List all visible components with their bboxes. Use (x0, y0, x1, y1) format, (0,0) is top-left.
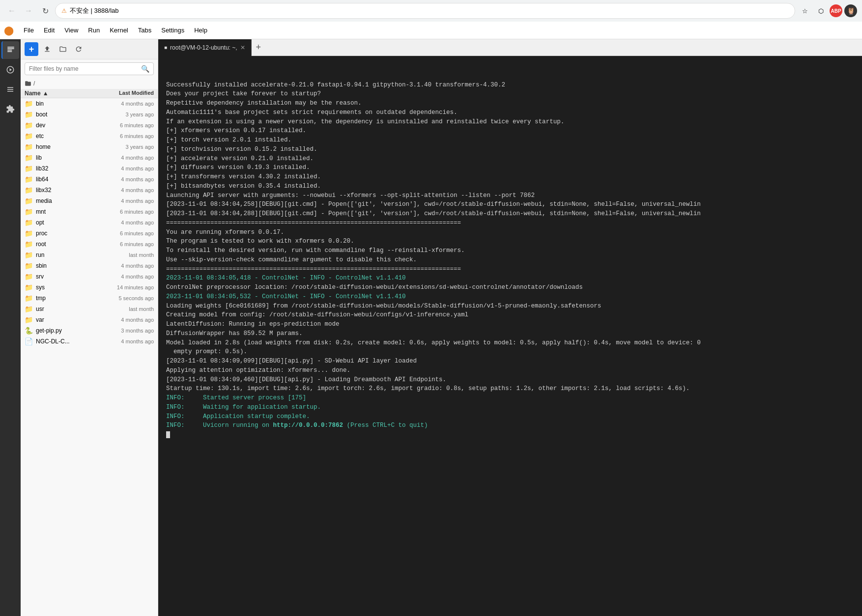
file-name: media (36, 197, 100, 204)
search-input[interactable] (29, 65, 139, 72)
list-item[interactable]: 📁 lib32 4 months ago (21, 163, 158, 174)
terminal-line: [2023-11-01 08:34:09,099][DEBUG][api.py]… (166, 357, 854, 366)
file-type-icon: 📁 (25, 208, 33, 216)
terminal-line: Successfully installed accelerate-0.21.0… (166, 81, 854, 90)
terminal-line: [2023-11-01 08:34:04,258][DEBUG][git.cmd… (166, 200, 854, 209)
files-sidebar-button[interactable] (1, 41, 19, 59)
bookmark-button[interactable]: ☆ (798, 4, 812, 18)
terminal-tab-icon: ■ (164, 45, 167, 50)
file-path: / (21, 78, 158, 89)
list-item[interactable]: 📁 lib64 4 months ago (21, 174, 158, 185)
file-type-icon: 📁 (25, 132, 33, 140)
owl-extension-button[interactable]: 🦉 (844, 4, 857, 17)
list-item[interactable]: 📁 root 6 minutes ago (21, 239, 158, 250)
menu-view[interactable]: View (59, 24, 83, 37)
jupyter-logo: ⬤ (4, 25, 14, 36)
menu-bar: ⬤ File Edit View Run Kernel Tabs Setting… (0, 22, 862, 39)
file-type-icon: 📁 (25, 186, 33, 194)
file-date: last month (100, 252, 154, 258)
refresh-files-button[interactable] (72, 42, 86, 56)
terminal-line: ========================================… (166, 219, 854, 228)
terminal-line: INFO: Started server process [175] (166, 393, 854, 403)
terminal-line: Loading weights [6ce0161689] from /root/… (166, 302, 854, 311)
address-text: 不安全 | 3888/lab (70, 6, 118, 15)
list-item[interactable]: 📄 NGC-DL-C... 4 months ago (21, 336, 158, 347)
list-item[interactable]: 📁 var 4 months ago (21, 314, 158, 325)
list-item[interactable]: 🐍 get-pip.py 3 months ago (21, 325, 158, 336)
file-date: 6 minutes ago (100, 209, 154, 215)
terminal-line: LatentDiffusion: Running in eps-predicti… (166, 320, 854, 329)
share-button[interactable]: ⬡ (814, 4, 828, 18)
file-type-icon: 📁 (25, 316, 33, 324)
running-sidebar-button[interactable] (1, 61, 19, 79)
list-item[interactable]: 📁 run last month (21, 250, 158, 260)
menu-settings[interactable]: Settings (156, 24, 189, 37)
file-name: tmp (36, 295, 100, 302)
upload-button[interactable] (40, 42, 54, 56)
menu-help[interactable]: Help (189, 24, 212, 37)
forward-button[interactable]: → (22, 4, 35, 18)
terminal-line: Launching API server with arguments: --n… (166, 191, 854, 200)
list-item[interactable]: 📁 boot 3 years ago (21, 109, 158, 120)
list-item[interactable]: 📁 mnt 6 minutes ago (21, 206, 158, 217)
menu-file[interactable]: File (19, 24, 39, 37)
terminal-line: [+] xformers version 0.0.17 installed. (166, 126, 854, 136)
terminal-line: The program is tested to work with xform… (166, 237, 854, 246)
list-item[interactable]: 📁 sbin 4 months ago (21, 260, 158, 271)
file-date: 4 months ago (100, 317, 154, 323)
list-item[interactable]: 📁 bin 4 months ago (21, 98, 158, 109)
refresh-button[interactable]: ↻ (38, 4, 52, 18)
terminal-tab-close[interactable]: ✕ (240, 44, 245, 51)
terminal-line: Use --skip-version-check commandline arg… (166, 255, 854, 265)
name-column-header[interactable]: Name ▲ (25, 90, 100, 97)
file-type-icon: 📁 (25, 229, 33, 237)
file-date: 4 months ago (100, 220, 154, 225)
list-item[interactable]: 📁 proc 6 minutes ago (21, 228, 158, 239)
terminal-line: Model loaded in 2.8s (load weights from … (166, 338, 854, 348)
list-item[interactable]: 📁 srv 4 months ago (21, 271, 158, 282)
commands-sidebar-button[interactable] (1, 81, 19, 98)
list-item[interactable]: 📁 etc 6 minutes ago (21, 131, 158, 141)
search-box[interactable]: 🔍 (25, 62, 154, 75)
terminal-line: To reinstall the desired version, run wi… (166, 246, 854, 255)
file-name: lib (36, 154, 100, 161)
list-item[interactable]: 📁 sys 14 minutes ago (21, 282, 158, 293)
new-terminal-tab-button[interactable]: + (252, 41, 265, 55)
list-item[interactable]: 📁 home 3 years ago (21, 141, 158, 152)
adblock-button[interactable]: ABP (830, 4, 842, 17)
browser-chrome: ← → ↻ ⚠ 不安全 | 3888/lab ☆ ⬡ ABP 🦉 (0, 0, 862, 22)
terminal-line: [+] torch version 2.0.1 installed. (166, 136, 854, 145)
file-type-icon: 📁 (25, 121, 33, 129)
list-item[interactable]: 📁 dev 6 minutes ago (21, 120, 158, 131)
terminal-line: INFO: Waiting for application startup. (166, 403, 854, 412)
terminal-line: [+] bitsandbytes version 0.35.4 installe… (166, 182, 854, 191)
list-item[interactable]: 📁 lib 4 months ago (21, 152, 158, 163)
menu-tabs[interactable]: Tabs (133, 24, 156, 37)
file-type-icon: 📁 (25, 251, 33, 259)
file-type-icon: 📁 (25, 154, 33, 162)
file-name: var (36, 316, 100, 323)
extension-sidebar-button[interactable] (1, 100, 19, 118)
terminal-line: Applying attention optimization: xformer… (166, 366, 854, 375)
menu-kernel[interactable]: Kernel (105, 24, 133, 37)
list-item[interactable]: 📁 usr last month (21, 304, 158, 314)
back-button[interactable]: ← (5, 4, 19, 18)
terminal-content[interactable]: Successfully installed accelerate-0.21.0… (158, 56, 862, 616)
address-bar[interactable]: ⚠ 不安全 | 3888/lab (55, 3, 795, 19)
file-type-icon: 📁 (25, 273, 33, 280)
list-item[interactable]: 📁 media 4 months ago (21, 196, 158, 206)
terminal-tab-1[interactable]: ■ root@VM-0-12-ubuntu: ~, ✕ (158, 39, 252, 56)
file-date: 4 months ago (100, 187, 154, 193)
list-item[interactable]: 📁 tmp 5 seconds ago (21, 293, 158, 304)
menu-run[interactable]: Run (83, 24, 105, 37)
new-file-button[interactable]: + (25, 42, 38, 56)
terminal-line: [+] transformers version 4.30.2 installe… (166, 172, 854, 182)
list-item[interactable]: 📁 libx32 4 months ago (21, 185, 158, 196)
new-folder-button[interactable] (56, 42, 70, 56)
terminal-line: Creating model from config: /root/stable… (166, 310, 854, 320)
file-date: 4 months ago (100, 198, 154, 204)
terminal-line: [+] torchvision version 0.15.2 installed… (166, 145, 854, 154)
file-date: 4 months ago (100, 176, 154, 182)
menu-edit[interactable]: Edit (39, 24, 59, 37)
list-item[interactable]: 📁 opt 4 months ago (21, 217, 158, 228)
